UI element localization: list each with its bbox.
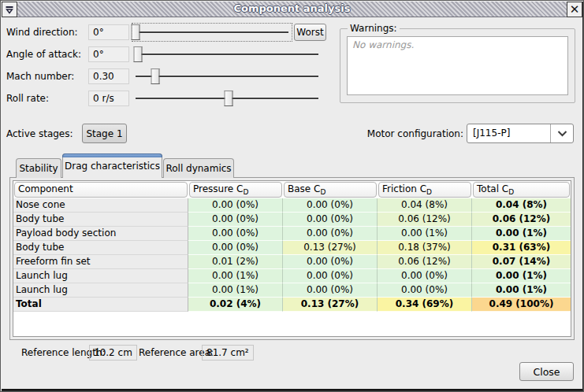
- mach-number-label: Mach number:: [6, 68, 74, 85]
- component-name-cell: Payload body section: [13, 227, 188, 241]
- friction-cd-cell: 0.34 (69%): [378, 298, 472, 312]
- drag-table: Component Pressure CD Base CD Friction C…: [13, 180, 571, 337]
- active-stages-label: Active stages:: [6, 124, 73, 143]
- pressure-cd-cell: 0.00 (1%): [188, 269, 283, 283]
- component-name-cell: Total: [13, 298, 188, 312]
- pressure-cd-cell: 0.00 (0%): [188, 227, 283, 241]
- header-pressure-cd[interactable]: Pressure CD: [189, 182, 282, 198]
- stage-1-toggle-button[interactable]: Stage 1: [82, 124, 127, 143]
- window-title: Component analysis: [2, 2, 582, 14]
- friction-cd-cell: 0.04 (8%): [378, 198, 472, 213]
- component-name-cell: Nose cone: [13, 198, 188, 213]
- component-name-cell: Launch lug: [13, 269, 188, 283]
- warnings-list[interactable]: No warnings.: [347, 36, 568, 95]
- table-row[interactable]: Launch lug 0.00 (1%) 0.00 (0%) 0.00 (0%)…: [13, 283, 571, 298]
- wind-direction-slider[interactable]: [132, 24, 292, 41]
- roll-rate-label: Roll rate:: [6, 90, 49, 107]
- slider-track: [136, 54, 318, 55]
- friction-cd-cell: 0.00 (0%): [378, 283, 472, 298]
- total-cd-cell: 0.06 (12%): [472, 213, 571, 227]
- mach-number-field[interactable]: 0.30: [88, 68, 129, 84]
- table-row[interactable]: Launch lug 0.00 (1%) 0.00 (0%) 0.00 (0%)…: [13, 269, 571, 283]
- close-button[interactable]: Close: [519, 362, 574, 381]
- close-window-button[interactable]: ✕: [567, 2, 582, 17]
- table-row[interactable]: Body tube 0.00 (0%) 0.13 (27%) 0.18 (37%…: [13, 241, 571, 255]
- motor-configuration-label: Motor configuration:: [347, 124, 463, 143]
- roll-rate-field[interactable]: 0 r/s: [88, 91, 129, 106]
- base-cd-cell: 0.13 (27%): [283, 298, 378, 312]
- header-friction-cd[interactable]: Friction CD: [378, 182, 471, 198]
- slider-track: [136, 31, 288, 33]
- friction-cd-cell: 0.00 (0%): [378, 269, 472, 283]
- base-cd-cell: 0.00 (0%): [283, 255, 378, 269]
- slider-thumb[interactable]: [225, 91, 233, 106]
- slider-thumb[interactable]: [151, 68, 159, 84]
- header-base-cd[interactable]: Base CD: [284, 182, 377, 198]
- slider-thumb[interactable]: [132, 24, 140, 40]
- wind-direction-label: Wind direction:: [6, 24, 78, 41]
- slider-thumb[interactable]: [134, 46, 143, 62]
- warnings-title: Warnings:: [348, 23, 400, 34]
- no-warnings-text: No warnings.: [352, 39, 414, 50]
- tab-stability[interactable]: Stability: [16, 158, 61, 178]
- friction-cd-cell: 0.18 (37%): [378, 241, 472, 255]
- roll-rate-slider[interactable]: [132, 90, 322, 107]
- total-cd-cell: 0.31 (63%): [472, 241, 571, 255]
- friction-cd-cell: 0.06 (12%): [378, 213, 472, 227]
- motor-configuration-select[interactable]: [J115-P]: [467, 124, 574, 143]
- tab-roll-dynamics[interactable]: Roll dynamics: [163, 158, 234, 178]
- base-cd-cell: 0.00 (0%): [283, 213, 378, 227]
- tab-drag-characteristics[interactable]: Drag characteristics: [62, 153, 162, 178]
- table-row[interactable]: Payload body section 0.00 (0%) 0.00 (0%)…: [13, 227, 571, 241]
- component-analysis-dialog: Component analysis ✕ Wind direction: 0° …: [0, 0, 584, 392]
- selected-tab-accent: [62, 153, 162, 157]
- angle-of-attack-label: Angle of attack:: [6, 46, 81, 63]
- angle-of-attack-slider[interactable]: [132, 46, 322, 63]
- worst-button[interactable]: Worst: [294, 24, 326, 41]
- title-bar[interactable]: Component analysis ✕: [2, 2, 582, 17]
- header-total-cd[interactable]: Total CD: [473, 182, 570, 198]
- total-cd-cell: 0.04 (8%): [472, 198, 571, 213]
- angle-of-attack-field[interactable]: 0°: [88, 46, 129, 62]
- mach-number-slider[interactable]: [132, 68, 322, 85]
- reference-length-value: 10.2 cm: [89, 345, 137, 361]
- drag-table-header: Component Pressure CD Base CD Friction C…: [13, 181, 571, 198]
- pressure-cd-cell: 0.01 (2%): [188, 255, 283, 269]
- component-name-cell: Freeform fin set: [13, 255, 188, 269]
- base-cd-cell: 0.00 (0%): [283, 227, 378, 241]
- pressure-cd-cell: 0.00 (0%): [188, 198, 283, 213]
- total-cd-cell: 0.07 (14%): [472, 255, 571, 269]
- component-name-cell: Body tube: [13, 241, 188, 255]
- total-cd-cell: 0.00 (1%): [472, 269, 571, 283]
- total-cd-cell: 0.00 (1%): [472, 227, 571, 241]
- pressure-cd-cell: 0.02 (4%): [188, 298, 283, 312]
- motor-configuration-value: [J115-P]: [473, 124, 510, 142]
- table-row[interactable]: Total 0.02 (4%) 0.13 (27%) 0.34 (69%) 0.…: [13, 298, 571, 312]
- total-cd-cell: 0.49 (100%): [472, 298, 571, 312]
- wind-direction-field[interactable]: 0°: [88, 24, 129, 40]
- chevron-down-icon: [557, 131, 567, 137]
- base-cd-cell: 0.00 (0%): [283, 269, 378, 283]
- warnings-group: Warnings: No warnings.: [340, 28, 575, 103]
- reference-area-value: 81.7 cm²: [202, 345, 254, 361]
- base-cd-cell: 0.13 (27%): [283, 241, 378, 255]
- table-row[interactable]: Nose cone 0.00 (0%) 0.00 (0%) 0.04 (8%) …: [13, 198, 571, 213]
- tab-drag-characteristics-label: Drag characteristics: [65, 161, 160, 172]
- component-name-cell: Body tube: [13, 213, 188, 227]
- base-cd-cell: 0.00 (0%): [283, 283, 378, 298]
- table-row[interactable]: Body tube 0.00 (0%) 0.00 (0%) 0.06 (12%)…: [13, 213, 571, 227]
- pressure-cd-cell: 0.00 (0%): [188, 213, 283, 227]
- friction-cd-cell: 0.00 (1%): [378, 227, 472, 241]
- slider-track: [136, 76, 318, 77]
- pressure-cd-cell: 0.00 (1%): [188, 283, 283, 298]
- drag-table-body: Nose cone 0.00 (0%) 0.00 (0%) 0.04 (8%) …: [13, 198, 571, 312]
- close-icon: ✕: [570, 4, 580, 16]
- pressure-cd-cell: 0.00 (0%): [188, 241, 283, 255]
- total-cd-cell: 0.00 (1%): [472, 283, 571, 298]
- table-row[interactable]: Freeform fin set 0.01 (2%) 0.00 (0%) 0.0…: [13, 255, 571, 269]
- component-name-cell: Launch lug: [13, 283, 188, 298]
- base-cd-cell: 0.00 (0%): [283, 198, 378, 213]
- header-component[interactable]: Component: [14, 182, 188, 198]
- friction-cd-cell: 0.06 (12%): [378, 255, 472, 269]
